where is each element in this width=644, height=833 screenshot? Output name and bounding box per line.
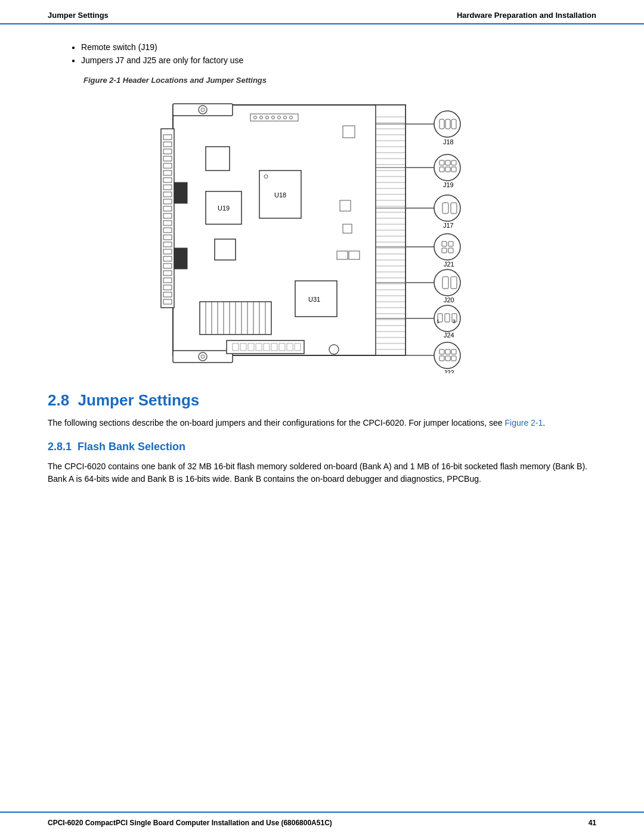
svg-rect-130 (439, 167, 444, 172)
footer-right: 41 (589, 819, 596, 827)
svg-rect-112 (248, 343, 254, 351)
svg-rect-141 (442, 241, 447, 246)
svg-rect-19 (163, 256, 172, 261)
svg-text:J18: J18 (443, 138, 454, 145)
svg-point-119 (329, 345, 339, 354)
section-281-body: The CPCI-6020 contains one bank of 32 MB… (48, 460, 596, 486)
svg-rect-18 (163, 249, 172, 254)
svg-point-31 (201, 355, 205, 358)
svg-point-76 (266, 116, 269, 119)
svg-point-83 (264, 175, 268, 178)
svg-text:J20: J20 (444, 296, 454, 304)
svg-rect-144 (448, 248, 453, 253)
section-28-body: The following sections describe the on-b… (48, 417, 596, 430)
svg-rect-2 (163, 135, 172, 140)
svg-rect-6 (163, 163, 172, 168)
svg-rect-17 (163, 242, 172, 247)
svg-rect-4 (163, 149, 172, 154)
svg-rect-161 (439, 349, 444, 354)
svg-rect-122 (445, 119, 450, 129)
section-281-heading: 2.8.1 Flash Bank Selection (48, 441, 596, 453)
svg-text:3: 3 (453, 318, 456, 324)
svg-rect-25 (163, 299, 172, 304)
svg-rect-129 (451, 160, 456, 165)
svg-rect-16 (163, 235, 172, 240)
svg-rect-123 (451, 119, 456, 129)
svg-rect-136 (442, 203, 448, 213)
svg-rect-108 (174, 248, 187, 269)
svg-point-80 (290, 116, 293, 119)
svg-text:J24: J24 (444, 332, 454, 339)
svg-text:J19: J19 (443, 181, 454, 188)
bullet-list: Remote switch (J19) Jumpers J7 and J25 a… (72, 42, 596, 65)
svg-rect-121 (439, 119, 444, 129)
section-28-title: Jumper Settings (78, 391, 200, 409)
svg-rect-116 (279, 343, 285, 351)
svg-point-77 (272, 116, 275, 119)
svg-rect-24 (163, 292, 172, 297)
svg-rect-102 (343, 126, 355, 138)
svg-text:U19: U19 (218, 205, 230, 212)
svg-rect-142 (448, 241, 453, 246)
svg-point-79 (284, 116, 287, 119)
svg-rect-163 (451, 349, 456, 354)
footer-left: CPCI-6020 CompactPCI Single Board Comput… (48, 819, 332, 827)
svg-rect-20 (163, 264, 172, 268)
svg-rect-127 (439, 160, 444, 165)
board-diagram: U18 U19 U31 (155, 93, 489, 373)
svg-text:J21: J21 (444, 261, 454, 268)
svg-point-140 (434, 234, 460, 260)
page-footer: CPCI-6020 CompactPCI Single Board Comput… (0, 812, 644, 833)
svg-text:J22: J22 (444, 369, 454, 373)
figure-caption-bold: Figure 2-1 (83, 76, 120, 85)
svg-rect-115 (271, 343, 277, 351)
main-content: Remote switch (J19) Jumpers J7 and J25 a… (0, 24, 644, 509)
svg-rect-164 (439, 356, 444, 361)
svg-rect-21 (163, 271, 172, 275)
list-item-text: Remote switch (J19) (81, 42, 157, 52)
svg-rect-165 (445, 356, 450, 361)
svg-rect-103 (340, 200, 351, 211)
header-right: Hardware Preparation and Installation (457, 11, 596, 20)
svg-rect-89 (215, 239, 236, 260)
list-item: Remote switch (J19) (72, 42, 596, 52)
svg-point-28 (201, 108, 205, 112)
svg-rect-14 (163, 221, 172, 225)
svg-rect-8 (163, 178, 172, 182)
svg-rect-23 (163, 285, 172, 290)
list-item: Jumpers J7 and J25 are only for factory … (72, 55, 596, 65)
svg-rect-131 (445, 167, 450, 172)
svg-rect-137 (451, 203, 457, 213)
svg-rect-3 (163, 142, 172, 147)
page-header: Jumper Settings Hardware Preparation and… (0, 0, 644, 24)
svg-text:J17: J17 (443, 222, 454, 229)
figure-container: U18 U19 U31 (48, 93, 596, 373)
svg-rect-105 (337, 251, 348, 259)
svg-rect-13 (163, 213, 172, 218)
svg-text:U18: U18 (274, 191, 286, 199)
svg-rect-117 (287, 343, 293, 351)
svg-rect-12 (163, 206, 172, 211)
svg-rect-162 (445, 349, 450, 354)
svg-rect-5 (163, 156, 172, 161)
svg-rect-149 (451, 277, 457, 289)
figure-link[interactable]: Figure 2-1 (505, 418, 543, 428)
svg-rect-106 (349, 251, 360, 259)
svg-rect-7 (163, 171, 172, 175)
svg-text:U31: U31 (308, 296, 320, 303)
section-281-title: Flash Bank Selection (78, 441, 185, 453)
list-item-text: Jumpers J7 and J25 are only for factory … (81, 55, 243, 65)
svg-rect-132 (451, 167, 456, 172)
figure-caption-text: Header Locations and Jumper Settings (120, 76, 267, 85)
svg-rect-114 (264, 343, 270, 351)
svg-rect-128 (445, 160, 450, 165)
svg-rect-107 (174, 182, 187, 203)
svg-rect-110 (233, 343, 239, 351)
svg-rect-104 (343, 224, 352, 233)
svg-rect-113 (256, 343, 262, 351)
svg-rect-88 (206, 147, 230, 171)
svg-point-75 (260, 116, 263, 119)
svg-point-74 (254, 116, 257, 119)
svg-rect-11 (163, 199, 172, 204)
svg-rect-143 (442, 248, 447, 253)
